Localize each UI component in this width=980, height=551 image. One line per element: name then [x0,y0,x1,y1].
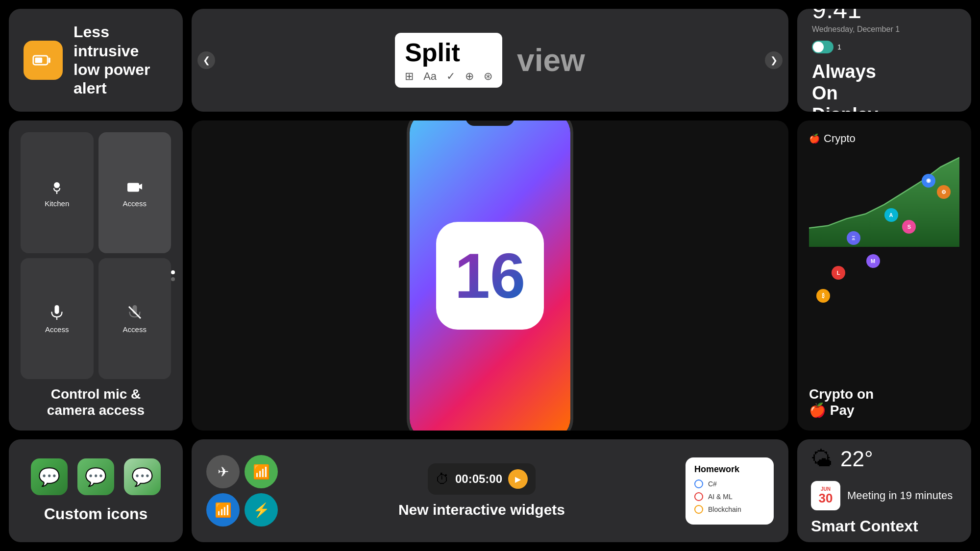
split-view-arrow-left[interactable]: ❮ [197,51,215,69]
homework-title: Homework [694,464,765,475]
sc-meeting-text: Meeting in 19 minutes [847,489,953,502]
apple-logo-icon: 🍎 [809,133,820,144]
camera-label: Access [123,199,147,208]
icons-row: 💬 💬 💬 [31,458,161,495]
access-off-cell[interactable]: Access [98,258,172,379]
hw-circle-2 [694,492,703,501]
hw-circle-3 [694,505,703,514]
low-power-title: Less intrusive low power alert [74,23,168,98]
svg-rect-1 [35,58,43,63]
split-title: Split [405,40,492,65]
toggle-label: 1 [837,43,841,51]
bluetooth-button[interactable]: ⚡ [245,493,278,527]
crypto-title: Crypto [824,132,856,145]
always-on-heading: AlwaysOnDisplay [812,61,956,112]
widgets-card: ✈ 📶 📶 ⚡ ⏱ 00:05:00 ▶ New interactive wid… [192,439,788,542]
timer-widget: ⏱ 00:05:00 ▶ [428,463,536,495]
toolbar-check-icon[interactable]: ✓ [446,70,455,83]
smart-context-card: 🌤 22° JUN 30 Meeting in 19 minutes Smart… [797,439,971,542]
crypto-card: 🍎 Crypto ₿ Ξ A ◉ S M L ⚙ Crypto on [797,120,971,431]
crypto-footer-line2: 🍎 Pay [809,402,959,419]
split-toolbar: ⊞ Aa ✓ ⊕ ⊛ [405,70,492,83]
split-view-word: view [517,42,585,78]
coin-ada: A [884,208,898,222]
wifi-button[interactable]: 📶 [206,493,240,527]
toggle-thumb [813,42,824,52]
hw-label-3: Blockchain [708,505,741,513]
sc-temperature: 22° [840,447,873,471]
mic-camera-grid: Kitchen Access Access Access [21,132,171,379]
hw-item-3: Blockchain [694,505,765,514]
svg-rect-6 [55,305,59,314]
message-icon-2: 💬 [77,458,114,495]
ios16-card: 16 [192,120,788,431]
widgets-label: New interactive widgets [398,502,565,518]
toolbar-person-icon[interactable]: ⊛ [484,70,492,83]
ios16-number: 16 [455,244,526,308]
sc-meeting-row: JUN 30 Meeting in 19 minutes [811,481,957,510]
toolbar-plus-icon[interactable]: ⊕ [465,70,474,83]
phone-notch [466,120,514,126]
dot-inactive [171,277,175,281]
access-off-label: Access [123,325,147,334]
toolbar-font-icon[interactable]: Aa [423,70,437,83]
timer-icon: ⏱ [436,471,449,487]
hw-label-2: AI & ML [708,493,733,501]
hw-label-1: C# [708,480,717,488]
crypto-header: 🍎 Crypto [809,132,959,145]
coin-avax: ⚙ [937,185,951,199]
phone-frame: 16 [407,120,573,431]
always-on-card: 9:41 Wednesday, December 1 1 AlwaysOnDis… [797,9,971,112]
custom-icons-label: Custom icons [44,505,148,523]
dot-active [171,270,175,274]
weather-icon: 🌤 [811,447,833,471]
timer-time: 00:05:00 [455,472,502,486]
airplane-mode-button[interactable]: ✈ [206,455,240,488]
coin-matic: M [866,254,880,268]
always-on-date: Wednesday, December 1 [812,25,956,34]
toggle-track[interactable] [812,41,833,53]
hw-item-2: AI & ML [694,492,765,501]
ios16-badge: 16 [436,222,544,330]
message-icon-3: 💬 [124,458,161,495]
crypto-footer: Crypto on 🍎 Pay [809,386,959,419]
mic-camera-card: Kitchen Access Access Access Control mic… [9,120,183,431]
podcast-button[interactable]: 📶 [245,455,278,488]
crypto-coins: ₿ Ξ A ◉ S M L ⚙ [809,151,959,381]
apple-pay-apple-icon: 🍎 [809,403,826,418]
svg-rect-5 [127,183,139,192]
cal-date: 30 [819,492,833,504]
hw-circle-1 [694,479,703,488]
low-power-icon [24,41,63,80]
control-center-widget: ✈ 📶 📶 ⚡ [206,455,278,527]
coin-link: L [832,266,845,280]
kitchen-label: Kitchen [45,199,69,208]
kitchen-cell[interactable]: Kitchen [21,132,94,253]
crypto-footer-line1: Crypto on [809,386,959,403]
access-mic-cell[interactable]: Access [21,258,94,379]
phone-screen: 16 [410,120,570,431]
coin-dot: ◉ [922,174,935,188]
coin-sol: S [902,220,916,234]
custom-icons-card: 💬 💬 💬 Custom icons [9,439,183,542]
always-on-time: 9:41 [812,9,956,24]
always-on-toggle-row: 1 [812,41,956,53]
svg-point-3 [54,182,60,188]
coin-eth: Ξ [847,231,860,245]
timer-play-button[interactable]: ▶ [508,469,528,489]
coin-btc: ₿ [816,289,830,303]
crypto-pay-label: Pay [830,403,855,418]
low-power-card: Less intrusive low power alert [9,9,183,112]
smart-context-label: Smart Context [811,517,957,535]
sc-weather-row: 🌤 22° [811,447,957,471]
slider-dots [171,270,175,281]
message-icon-1: 💬 [31,458,68,495]
split-view-arrow-right[interactable]: ❯ [765,51,783,69]
mic-camera-description: Control mic &camera access [21,386,171,419]
access-camera-cell[interactable]: Access [98,132,172,253]
phone-side-button [571,171,573,195]
toolbar-grid-icon[interactable]: ⊞ [405,70,414,83]
calendar-icon: JUN 30 [811,481,840,510]
split-view-card: ❮ Split ⊞ Aa ✓ ⊕ ⊛ view ❯ [192,9,788,112]
crypto-chart-area: ₿ Ξ A ◉ S M L ⚙ [809,151,959,381]
